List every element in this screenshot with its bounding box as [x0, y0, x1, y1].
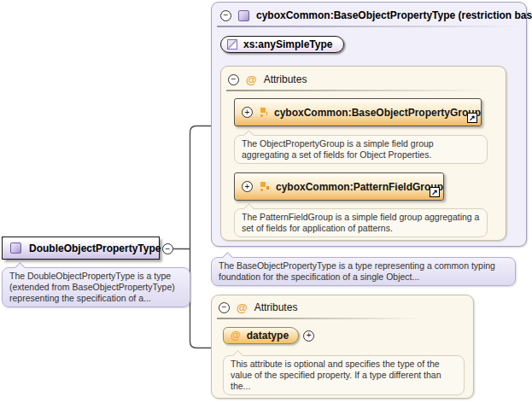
goto-definition-icon[interactable]: ↗ [430, 187, 440, 197]
goto-definition-icon[interactable]: ↗ [467, 113, 477, 123]
attribute-at-icon: @ [237, 302, 248, 313]
base-type-collapse-toggle[interactable]: − [220, 10, 231, 21]
attributes-section: − @ Attributes + cyboxCommon:BaseObjectP… [220, 66, 506, 241]
complex-type-icon [238, 10, 249, 21]
root-collapse-toggle[interactable]: − [162, 243, 173, 254]
attributes-panel-label: Attributes [254, 301, 298, 313]
root-element-box[interactable]: DoubleObjectPropertyType [2, 237, 160, 260]
attribute-annotation-callout: This attribute is optional and specifies… [223, 355, 465, 395]
group-expand-toggle[interactable]: + [242, 181, 253, 192]
simple-type-icon [227, 39, 237, 50]
root-annotation-text: The DoubleObjectPropertyType is a type (… [9, 271, 175, 303]
base-type-annotation-text: The BaseObjectPropertyType is a type rep… [219, 260, 495, 282]
simple-type-pill[interactable]: xs:anySimpleType [220, 36, 344, 53]
root-element-label: DoubleObjectPropertyType [29, 242, 161, 254]
attributes-section-header: − @ Attributes [228, 73, 307, 85]
attribute-expand-toggle[interactable]: + [303, 330, 314, 342]
group-annotation-text: The ObjectPropertyGroup is a simple fiel… [242, 138, 434, 160]
attribute-group-label: cyboxCommon:BaseObjectPropertyGroup [274, 107, 481, 119]
attribute-at-icon: @ [246, 74, 257, 85]
attribute-annotation-text: This attribute is optional and specifies… [231, 359, 441, 391]
group-annotation-callout: The ObjectPropertyGroup is a simple fiel… [234, 135, 488, 164]
root-annotation-callout: The DoubleObjectPropertyType is a type (… [2, 267, 190, 307]
complex-type-icon [10, 242, 21, 254]
attribute-group-label: cyboxCommon:PatternFieldGroup [276, 181, 443, 193]
base-type-panel: − cyboxCommon:BaseObjectPropertyType (re… [211, 2, 527, 247]
attributes-collapse-toggle[interactable]: − [228, 74, 239, 85]
attribute-group-pattern-field[interactable]: + cyboxCommon:PatternFieldGroup ↗ [234, 172, 444, 201]
section-separator [217, 318, 422, 319]
header-separator [217, 26, 521, 27]
attributes-panel-header: − @ Attributes [219, 301, 297, 313]
attributes-panel: − @ Attributes @ datatype + This attribu… [211, 295, 474, 399]
attribute-row: @ datatype + [223, 327, 314, 344]
xml-schema-diagram: DoubleObjectPropertyType − The DoubleObj… [0, 0, 532, 403]
attribute-group-icon [260, 181, 269, 192]
base-type-annotation-callout: The BaseObjectPropertyType is a type rep… [211, 257, 516, 286]
attributes-section-label: Attributes [264, 73, 307, 85]
group-annotation-callout: The PatternFieldGroup is a simple field … [234, 208, 488, 237]
simple-type-label: xs:anySimpleType [243, 38, 332, 50]
attributes-collapse-toggle[interactable]: − [219, 302, 230, 313]
group-annotation-text: The PatternFieldGroup is a simple field … [242, 212, 479, 233]
group-expand-toggle[interactable]: + [242, 107, 253, 118]
attribute-name: datatype [247, 330, 289, 342]
section-separator [226, 90, 488, 91]
attribute-group-base-object-property[interactable]: + cyboxCommon:BaseObjectPropertyGroup ↗ [234, 98, 482, 126]
attribute-datatype-pill[interactable]: @ datatype [223, 327, 299, 344]
base-type-title: cyboxCommon:BaseObjectPropertyType (rest… [256, 9, 532, 21]
attribute-group-icon [260, 107, 267, 118]
base-type-header: − cyboxCommon:BaseObjectPropertyType (re… [220, 9, 532, 21]
attribute-at-icon: @ [231, 330, 241, 342]
